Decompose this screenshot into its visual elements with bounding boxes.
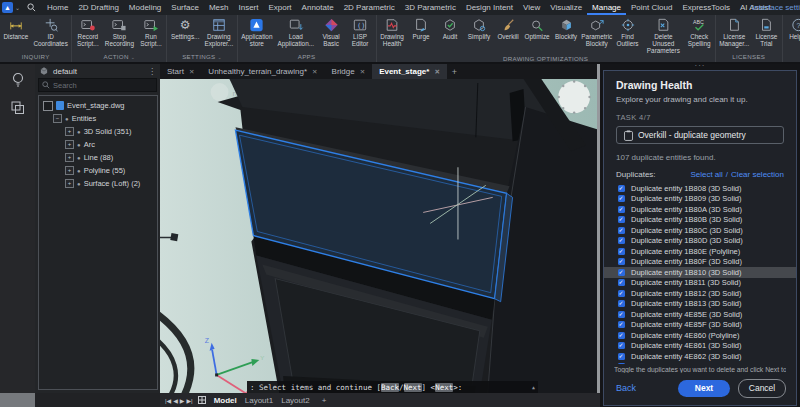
select-all-link[interactable]: Select all (690, 170, 722, 179)
duplicate-row[interactable]: Duplicate entity 1B80E (Polyline) (604, 246, 796, 257)
ribbon-button-license-manager[interactable]: License Manager... (717, 17, 752, 47)
checkbox-checked-icon[interactable] (618, 342, 625, 349)
clear-selection-link[interactable]: Clear selection (731, 170, 784, 179)
document-tab-unhealthy-terrain-drawing[interactable]: Unhealthy_terrain_drawing*✕ (201, 64, 324, 79)
tree-row-root[interactable]: Event_stage.dwg (39, 99, 157, 112)
back-button[interactable]: Back (616, 383, 636, 393)
duplicate-row[interactable]: Duplicate entity 1B810 (3D Solid) (604, 267, 796, 278)
task-card[interactable]: Overkill - duplicate geometry (616, 126, 784, 144)
duplicate-row[interactable]: Duplicate entity 1B80F (3D Solid) (604, 257, 796, 268)
checkbox-checked-icon[interactable] (618, 353, 625, 360)
expand-icon[interactable]: + (65, 179, 74, 188)
close-icon[interactable]: ✕ (434, 68, 439, 76)
menu-item[interactable]: Surface (166, 0, 204, 15)
duplicate-row[interactable]: Duplicate entity 1B808 (3D Solid) (604, 183, 796, 194)
menu-item[interactable]: Visualize (545, 0, 587, 15)
ribbon-button-find-outliers[interactable]: Find Outliers (613, 17, 642, 47)
command-expand-icon[interactable]: ▲ (532, 384, 535, 390)
ribbon-button-drawing-explorer[interactable]: Drawing Explorer... (202, 17, 236, 47)
document-tab-start[interactable]: Start✕ (160, 64, 201, 79)
view-compass[interactable] (558, 80, 591, 114)
ribbon-button-blockify[interactable]: Blockify (552, 17, 581, 40)
expand-icon[interactable]: + (65, 166, 74, 175)
menu-item[interactable]: 2D Parametric (339, 0, 400, 15)
tree-row[interactable]: + ● Surface (Loft) (2) (39, 177, 157, 190)
checkbox-checked-icon[interactable] (618, 227, 625, 234)
ribbon-button-settings[interactable]: ⚙ Settings... (168, 17, 201, 40)
checkbox-checked-icon[interactable] (618, 206, 625, 213)
panel-drag-handle-icon[interactable]: ··· (600, 62, 800, 70)
layout-grid-icon[interactable] (198, 396, 206, 404)
layout-nav-button[interactable]: ▶| (185, 398, 193, 404)
duplicate-row[interactable]: Duplicate entity 4E85F (3D Solid) (604, 320, 796, 331)
cancel-button[interactable]: Cancel (738, 379, 786, 398)
duplicate-row[interactable]: Duplicate entity 1B813 (3D Solid) (604, 299, 796, 310)
ribbon-button-visual-basic[interactable]: Visual Basic (317, 17, 346, 47)
layout-nav-button[interactable]: ◀ (172, 398, 179, 404)
ribbon-button-stop-recording[interactable]: Stop Recording (102, 17, 136, 47)
ribbon-button-optimize[interactable]: Optimize (523, 17, 552, 40)
checkbox-checked-icon[interactable] (618, 237, 625, 244)
bricscad-logo-icon[interactable]: ▲ (2, 2, 13, 13)
checkbox-checked-icon[interactable] (618, 363, 625, 364)
tree-row[interactable]: + ● Polyline (55) (39, 164, 157, 177)
new-layout-button[interactable]: + (318, 396, 331, 405)
duplicate-row[interactable]: Duplicate entity 1B809 (3D Solid) (604, 194, 796, 205)
menu-item[interactable]: 2D Drafting (73, 0, 123, 15)
document-tab-event-stage[interactable]: Event_stage*✕ (372, 64, 447, 79)
quick-search-icon[interactable] (27, 3, 36, 12)
menu-item[interactable]: Point Cloud (626, 0, 677, 15)
new-document-tab-button[interactable]: + (447, 67, 462, 77)
ribbon-group-label[interactable]: ACTION⌄ (73, 53, 165, 62)
ribbon-group-label[interactable]: SETTINGS⌄ (168, 53, 235, 62)
checkbox-checked-icon[interactable] (618, 311, 625, 318)
duplicate-row[interactable]: Duplicate entity 4E863 (3D Solid) (604, 362, 796, 365)
ribbon-button-check-spelling[interactable]: ABC Check Spelling (685, 17, 714, 47)
panel-bulb-icon[interactable] (7, 69, 29, 91)
duplicate-row[interactable]: Duplicate entity 1B80A (3D Solid) (604, 204, 796, 215)
tree-row-entities[interactable]: − ● Entities (39, 112, 157, 125)
tree-row[interactable]: + ● 3D Solid (351) (39, 125, 157, 138)
ribbon-button-load-application[interactable]: Load Application... (275, 17, 317, 47)
panel-layers-icon[interactable] (7, 96, 29, 118)
close-icon[interactable]: ✕ (360, 68, 365, 76)
menu-item[interactable]: Home (42, 0, 73, 15)
layout-nav-button[interactable]: |◀ (164, 398, 172, 404)
duplicate-row[interactable]: Duplicate entity 4E861 (3D Solid) (604, 341, 796, 352)
duplicate-row[interactable]: Duplicate entity 1B812 (3D Solid) (604, 288, 796, 299)
layout-tab[interactable]: Layout1 (241, 396, 277, 405)
checkbox-checked-icon[interactable] (618, 269, 625, 276)
menu-item[interactable]: Mesh (204, 0, 234, 15)
ribbon-button-distance[interactable]: Distance (1, 17, 31, 40)
chevron-down-icon[interactable]: ⌄ (15, 4, 20, 11)
checkbox-checked-icon[interactable] (618, 321, 625, 328)
duplicates-list[interactable]: Duplicate entity 1B808 (3D Solid) Duplic… (604, 183, 796, 364)
document-tab-bridge[interactable]: Bridge✕ (325, 64, 373, 79)
duplicate-row[interactable]: Duplicate entity 4E862 (3D Solid) (604, 351, 796, 362)
checkbox-checked-icon[interactable] (618, 185, 625, 192)
menu-item[interactable]: Manage (587, 0, 626, 15)
duplicate-row[interactable]: Duplicate entity 1B80C (3D Solid) (604, 225, 796, 236)
layout-tab[interactable]: Layout2 (277, 396, 313, 405)
duplicate-row[interactable]: Duplicate entity 1B80B (3D Solid) (604, 215, 796, 226)
kebab-menu-icon[interactable]: ⋮ (148, 67, 156, 76)
expand-icon[interactable]: + (65, 140, 74, 149)
checkbox-checked-icon[interactable] (618, 279, 625, 286)
expand-icon[interactable]: + (65, 153, 74, 162)
menu-item[interactable]: Design Intent (461, 0, 518, 15)
ribbon-button-audit[interactable]: Audit (436, 17, 465, 40)
ribbon-group-label[interactable]: HELP⌄ (784, 55, 800, 62)
close-icon[interactable]: ✕ (189, 68, 194, 76)
menu-item[interactable]: View (518, 0, 545, 15)
menu-item[interactable]: ExpressTools (677, 0, 735, 15)
menu-item[interactable]: 3D Parametric (400, 0, 461, 15)
next-button[interactable]: Next (678, 380, 730, 397)
ribbon-button-license-trial[interactable]: License Trial (752, 17, 781, 47)
ribbon-button-overkill[interactable]: Overkill (494, 17, 523, 40)
checkbox-checked-icon[interactable] (618, 332, 625, 339)
structure-search-input[interactable]: Search (38, 78, 157, 92)
ribbon-button-drawing-health[interactable]: Drawing Health (378, 17, 407, 47)
structure-profile-name[interactable]: default (53, 67, 77, 76)
3d-model[interactable] (218, 79, 597, 393)
collapse-icon[interactable]: − (53, 114, 62, 123)
